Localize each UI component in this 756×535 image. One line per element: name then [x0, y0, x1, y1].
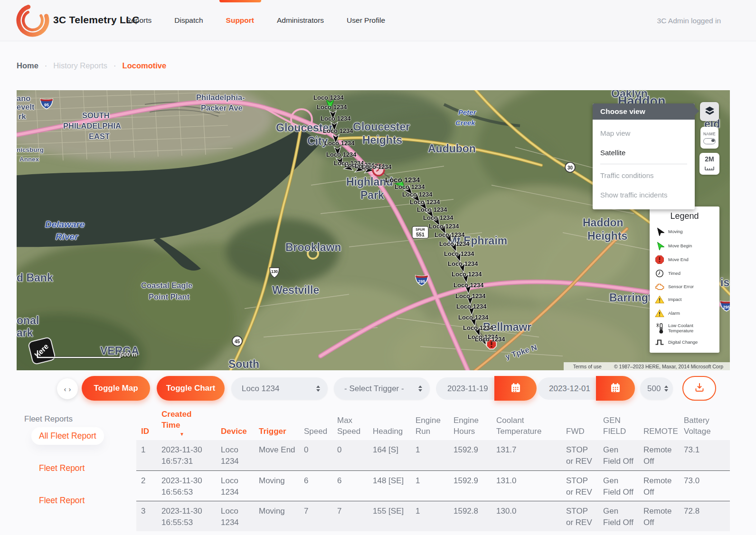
- low-coolant-thermometer-icon: [655, 323, 664, 334]
- breadcrumb-history-reports[interactable]: History Reports: [53, 61, 107, 70]
- date-to-calendar-button[interactable]: [596, 376, 635, 401]
- legend-item-timed: Timed: [650, 266, 719, 280]
- loco-track-label: Loco 1234: [417, 206, 447, 213]
- zoom-level-label: 2M: [705, 155, 714, 163]
- copyright-text: © 1987–2023 HERE, Maxar, 2014 Microsoft …: [614, 364, 723, 369]
- row-limit-select[interactable]: 500: [640, 377, 673, 400]
- date-from-input[interactable]: 2023-11-19: [436, 377, 494, 400]
- loco-track-label: Loco 1234: [313, 94, 344, 101]
- column-header-heading[interactable]: Heading: [368, 426, 411, 437]
- choose-view-option-show-traffic-incidents[interactable]: Show traffic incidents: [593, 185, 695, 205]
- table-cell: 1592.8: [449, 506, 491, 531]
- main-nav: ReportsDispatchSupportAdministratorsUser…: [126, 0, 385, 41]
- table-cell: 3: [136, 506, 157, 531]
- date-from-calendar-button[interactable]: [494, 376, 537, 401]
- column-header-id[interactable]: ID: [136, 426, 157, 437]
- breadcrumb-home[interactable]: Home: [17, 61, 38, 70]
- sidebar-item-fleet-report-1[interactable]: Fleet Report: [39, 463, 96, 473]
- move-end-octagon-icon: [655, 255, 664, 264]
- legend-item-label: Timed: [668, 271, 680, 276]
- breadcrumb: Home·History Reports·Locomotive: [17, 61, 166, 70]
- toggle-map-button[interactable]: Toggle Map: [82, 376, 150, 401]
- column-header-coolant-temperature[interactable]: Coolant Temperature: [491, 415, 561, 437]
- table-body: 12023-11-30 16:57:31Loco 1234Move End001…: [136, 440, 730, 531]
- nav-item-administrators[interactable]: Administrators: [277, 16, 324, 25]
- column-header-gen-field[interactable]: GEN FIELD: [598, 415, 639, 437]
- column-header-engine-hours[interactable]: Engine Hours: [449, 415, 491, 437]
- move-begin-arrow-icon: [655, 241, 664, 250]
- choose-view-option-map-view[interactable]: Map view: [593, 123, 695, 143]
- alarm-warning-icon: [655, 309, 664, 318]
- choose-view-option-satellite[interactable]: Satellite: [593, 143, 695, 162]
- column-header-fwd[interactable]: FWD: [561, 426, 598, 437]
- loco-track-label: Loco 1234: [423, 214, 454, 221]
- table-row[interactable]: 22023-11-30 16:56:53Loco 1234Moving66148…: [136, 470, 730, 501]
- date-to-input[interactable]: 2023-12-01: [538, 377, 596, 400]
- sidebar-item-fleet-report-2[interactable]: Fleet Report: [39, 496, 96, 506]
- table-cell: Loco 1234: [216, 475, 254, 501]
- breadcrumb-locomotive[interactable]: Locomotive: [123, 61, 167, 70]
- legend-items: MovingMove BeginMove EndTimedSensor Erro…: [650, 224, 719, 348]
- trigger-select[interactable]: - Select Trigger -: [334, 377, 430, 400]
- nav-item-user-profile[interactable]: User Profile: [347, 16, 385, 25]
- legend-item-alarm: Alarm: [650, 306, 719, 320]
- device-select[interactable]: Loco 1234: [231, 377, 328, 400]
- chevron-right-icon[interactable]: ›: [69, 385, 71, 393]
- table-cell: 1: [411, 475, 449, 501]
- map-layers-button[interactable]: [700, 102, 719, 121]
- legend-item-label: Alarm: [668, 310, 680, 316]
- login-status: 3C Admin logged in: [657, 17, 721, 25]
- table-row[interactable]: 12023-11-30 16:57:31Loco 1234Move End001…: [136, 440, 730, 470]
- breadcrumb-separator: ·: [45, 61, 47, 70]
- table-cell: 2023-11-30 16:56:53: [157, 475, 216, 501]
- loco-track-label: Loco 1234: [429, 223, 459, 230]
- brand-logo-icon[interactable]: [16, 3, 50, 38]
- fleet-report-list: All Fleet ReportFleet ReportFleet Report: [39, 431, 96, 506]
- download-icon: [694, 382, 705, 394]
- table-cell: Gen Field Off: [598, 444, 639, 470]
- terms-of-use-link[interactable]: Terms of use: [573, 364, 602, 369]
- sort-descending-icon[interactable]: ▼: [180, 432, 212, 437]
- nav-item-support[interactable]: Support: [226, 16, 254, 25]
- column-header-trigger[interactable]: Trigger: [254, 426, 299, 437]
- pager-button[interactable]: ‹ ›: [57, 378, 78, 399]
- nav-item-reports[interactable]: Reports: [126, 16, 151, 25]
- column-header-speed[interactable]: Speed: [299, 426, 332, 437]
- loco-track-label: Loco 1234: [439, 240, 470, 247]
- column-header-battery-voltage[interactable]: Battery Voltage: [679, 415, 730, 437]
- map-zoom-level-button[interactable]: 2M: [699, 153, 719, 175]
- name-toggle-switch-icon[interactable]: [703, 138, 716, 144]
- table-cell: 2023-11-30 16:57:31: [157, 444, 216, 470]
- column-header-remote[interactable]: REMOTE: [639, 426, 679, 437]
- table-cell: Remote Off: [639, 475, 679, 501]
- choose-view-title: Choose view: [593, 103, 695, 120]
- download-button[interactable]: [682, 376, 716, 401]
- choose-view-option-traffic-conditions[interactable]: Traffic conditions: [593, 166, 695, 185]
- nav-item-dispatch[interactable]: Dispatch: [174, 16, 203, 25]
- table-cell: 131.0: [491, 475, 561, 501]
- map-scale-label: 500 m: [120, 351, 137, 358]
- toggle-chart-button[interactable]: Toggle Chart: [157, 376, 225, 401]
- table-row[interactable]: 32023-11-30 16:55:53Loco 1234Moving77155…: [136, 501, 730, 531]
- table-cell: 2: [136, 475, 157, 501]
- loco-track-label: Loco 1234: [456, 303, 487, 310]
- map-canvas[interactable]: anoeveltrkSOUTHPHILADELPHIAEASTPhiladelp…: [17, 90, 730, 370]
- loco-track-label: Loco 1234: [324, 140, 355, 147]
- table-cell: 6: [299, 475, 332, 501]
- table-cell: 148 [SE]: [368, 475, 411, 501]
- table-cell: 1592.9: [449, 475, 491, 501]
- table-cell: 6: [332, 475, 368, 501]
- legend-item-label: Low Coolant Temperature: [668, 323, 717, 333]
- legend-item-label: Moving: [668, 229, 683, 234]
- app-header: 3C Telemetry LLC ReportsDispatchSupportA…: [0, 0, 756, 41]
- column-header-max-speed[interactable]: Max Speed: [332, 415, 368, 437]
- calendar-icon: [610, 382, 621, 395]
- map-name-toggle-button[interactable]: NAME: [700, 127, 718, 149]
- column-header-engine-run[interactable]: Engine Run: [411, 415, 449, 437]
- column-header-created-time[interactable]: Created Time▼: [157, 409, 216, 437]
- sidebar-item-all-fleet-report[interactable]: All Fleet Report: [31, 427, 104, 445]
- map-attribution: Terms of use © 1987–2023 HERE, Maxar, 20…: [564, 362, 730, 370]
- chevron-left-icon[interactable]: ‹: [64, 385, 66, 393]
- column-header-device[interactable]: Device: [216, 426, 254, 437]
- table-cell: 155 [SE]: [368, 506, 411, 531]
